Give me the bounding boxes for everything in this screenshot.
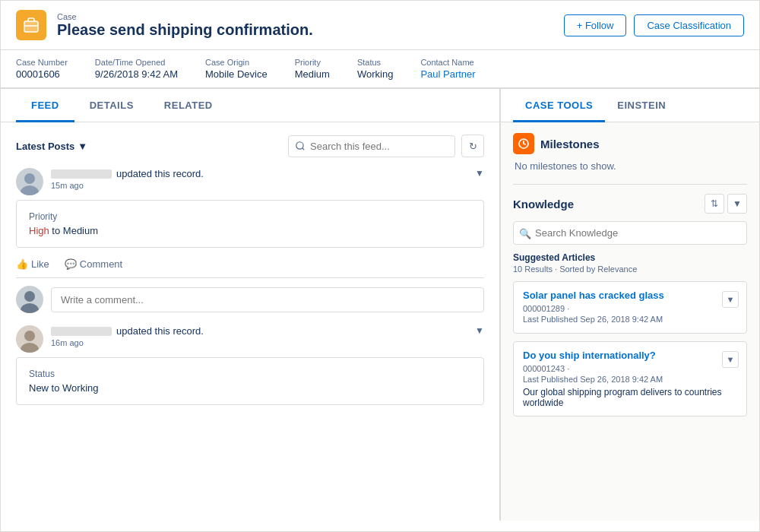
meta-row: Case Number 00001606 Date/Time Opened 9/… xyxy=(1,50,759,89)
latest-posts-label: Latest Posts xyxy=(16,141,74,152)
svg-point-6 xyxy=(24,291,35,302)
datetime-label: Date/Time Opened xyxy=(95,58,178,67)
header-title-block: Case Please send shipping confirmation. xyxy=(57,12,313,39)
article-number-0: 000001289 xyxy=(523,304,565,313)
origin-value: Mobile Device xyxy=(205,68,268,80)
milestones-section: Milestones No milestones to show. xyxy=(513,133,747,172)
article-number-1: 000001243 xyxy=(523,364,565,373)
left-panel: FEED DETAILS RELATED Latest Posts ▼ ↻ xyxy=(1,89,501,521)
knowledge-search-input[interactable] xyxy=(513,221,747,245)
case-number-field: Case Number 00001606 xyxy=(16,58,68,80)
header-actions: + Follow Case Classification xyxy=(564,14,744,36)
knowledge-sort-button[interactable]: ⇅ xyxy=(705,194,724,214)
knowledge-actions: ⇅ ▼ xyxy=(705,194,747,214)
svg-rect-0 xyxy=(24,21,38,32)
change-new-1: Medium xyxy=(63,225,98,236)
knowledge-search-wrap: 🔍 xyxy=(513,221,747,245)
priority-label: Priority xyxy=(295,58,330,67)
post-action-1: updated this record. xyxy=(116,168,204,179)
origin-label: Case Origin xyxy=(205,58,268,67)
status-field: Status Working xyxy=(357,58,393,80)
contact-value[interactable]: Paul Partner xyxy=(420,68,475,80)
origin-field: Case Origin Mobile Device xyxy=(205,58,268,80)
avatar-1 xyxy=(16,168,43,195)
milestones-empty: No milestones to show. xyxy=(515,160,747,172)
case-number-label: Case Number xyxy=(16,58,68,67)
page-title: Please send shipping confirmation. xyxy=(57,21,313,39)
article-title-1[interactable]: Do you ship internationally? xyxy=(523,350,737,361)
comment-button[interactable]: 💬 Comment xyxy=(65,258,122,270)
left-tabs: FEED DETAILS RELATED xyxy=(1,89,499,122)
comment-row xyxy=(16,286,484,313)
feed-post-1: updated this record. 15m ago ▼ Priority … xyxy=(16,168,484,313)
post-chevron-2[interactable]: ▼ xyxy=(475,325,484,336)
post-meta-1: updated this record. 15m ago xyxy=(51,168,467,190)
like-button[interactable]: 👍 Like xyxy=(16,258,49,270)
svg-point-9 xyxy=(24,331,35,341)
like-label: Like xyxy=(31,258,49,270)
article-desc-1: Our global shipping program delivers to … xyxy=(523,387,737,408)
post-header-2: updated this record. 16m ago ▼ xyxy=(16,325,484,353)
section-divider xyxy=(513,184,747,185)
article-item-1: Do you ship internationally? 000001243 ·… xyxy=(513,341,747,416)
search-icon: 🔍 xyxy=(519,227,531,239)
suggested-articles-label: Suggested Articles xyxy=(513,252,747,263)
status-label: Status xyxy=(357,58,393,67)
article-dot-1: · xyxy=(567,364,569,373)
avatar-comment xyxy=(16,286,43,313)
page-header: Case Please send shipping confirmation. … xyxy=(1,1,759,50)
refresh-button[interactable]: ↻ xyxy=(461,135,484,157)
status-value: Working xyxy=(357,68,393,80)
post-time-1: 15m ago xyxy=(51,181,467,190)
tab-feed[interactable]: FEED xyxy=(16,89,74,122)
refresh-icon: ↻ xyxy=(469,141,477,152)
follow-label: + Follow xyxy=(577,20,614,31)
tab-related[interactable]: RELATED xyxy=(149,89,228,122)
case-classification-button[interactable]: Case Classification xyxy=(634,14,744,36)
post-meta-2: updated this record. 16m ago xyxy=(51,325,467,347)
post-header-1: updated this record. 15m ago ▼ xyxy=(16,168,484,195)
article-chevron-1[interactable]: ▼ xyxy=(722,351,739,368)
change-value-1: High to Medium xyxy=(29,225,471,236)
article-title-0[interactable]: Solar panel has cracked glass xyxy=(523,290,737,301)
results-meta: 10 Results · Sorted by Relevance xyxy=(513,264,747,274)
right-content: Milestones No milestones to show. Knowle… xyxy=(501,122,759,521)
follow-button[interactable]: + Follow xyxy=(564,14,627,36)
feed-search-input[interactable] xyxy=(288,135,455,157)
post-action-2: updated this record. xyxy=(116,325,204,337)
right-tabs: CASE TOOLS EINSTEIN xyxy=(501,89,759,122)
article-chevron-0[interactable]: ▼ xyxy=(722,291,739,308)
right-panel: CASE TOOLS EINSTEIN Milestones xyxy=(501,89,759,521)
contact-field: Contact Name Paul Partner xyxy=(420,58,475,80)
tab-case-tools[interactable]: CASE TOOLS xyxy=(513,89,605,122)
action-bar-1: 👍 Like 💬 Comment xyxy=(16,255,484,278)
change-field-2: Status xyxy=(29,369,471,379)
tab-details[interactable]: DETAILS xyxy=(74,89,149,122)
feed-post-2: updated this record. 16m ago ▼ Status Ne… xyxy=(16,325,484,405)
change-value-2: New to Working xyxy=(29,382,471,394)
feed-search-wrap: ↻ xyxy=(288,135,484,157)
change-field-1: Priority xyxy=(29,211,471,222)
post-time-2: 16m ago xyxy=(51,338,467,347)
comment-input[interactable] xyxy=(51,287,484,312)
change-connector-1: to xyxy=(49,225,63,236)
user-name-blur-2 xyxy=(51,327,112,336)
comment-icon: 💬 xyxy=(65,258,77,270)
case-number-value: 00001606 xyxy=(16,68,68,80)
feed-toolbar: Latest Posts ▼ ↻ xyxy=(16,135,484,157)
article-published-1: Last Published Sep 26, 2018 9:42 AM xyxy=(523,375,737,384)
post-chevron-1[interactable]: ▼ xyxy=(475,168,484,179)
sort-icon: ⇅ xyxy=(711,198,718,209)
article-item-0: Solar panel has cracked glass 000001289 … xyxy=(513,281,747,334)
chevron-down-icon: ▼ xyxy=(78,141,87,152)
knowledge-dropdown-button[interactable]: ▼ xyxy=(727,194,747,214)
svg-point-3 xyxy=(24,173,35,184)
comment-label: Comment xyxy=(80,258,122,270)
main-layout: FEED DETAILS RELATED Latest Posts ▼ ↻ xyxy=(1,89,759,521)
priority-value: Medium xyxy=(295,68,330,80)
knowledge-title: Knowledge xyxy=(513,198,574,211)
feed-content: Latest Posts ▼ ↻ xyxy=(1,122,499,521)
knowledge-section: Knowledge ⇅ ▼ 🔍 xyxy=(513,194,747,416)
latest-posts-button[interactable]: Latest Posts ▼ xyxy=(16,141,87,152)
tab-einstein[interactable]: EINSTEIN xyxy=(605,89,678,122)
